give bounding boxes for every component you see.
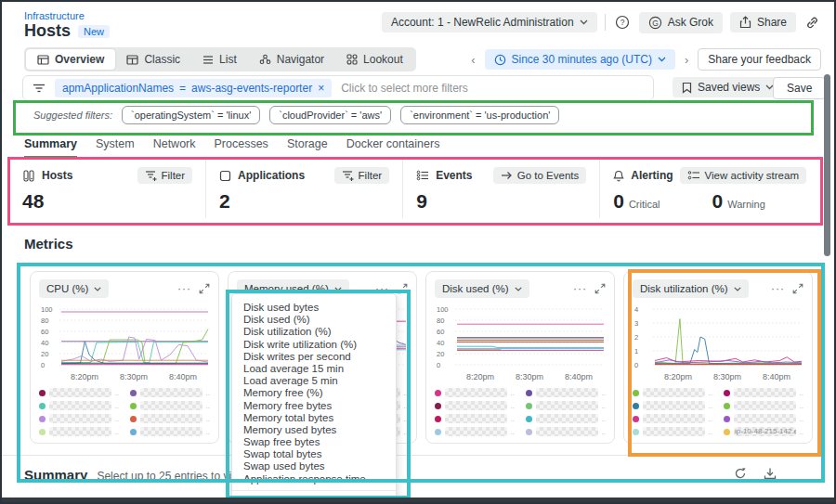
time-back-button[interactable]: ‹	[467, 51, 478, 69]
legend-item[interactable]: ..	[130, 414, 210, 423]
dropdown-item-4[interactable]: Disk writes per second	[232, 351, 396, 363]
subtab-processes[interactable]: Processes	[215, 137, 268, 159]
legend-item[interactable]: ..	[633, 388, 712, 397]
expand-icon[interactable]	[792, 283, 803, 294]
stat-action-button[interactable]: View activity stream	[680, 167, 806, 184]
svg-text:40: 40	[437, 339, 444, 347]
legend-item[interactable]: ..	[724, 401, 803, 410]
legend-item[interactable]: ..	[130, 401, 210, 410]
legend-item[interactable]: ..	[435, 401, 515, 410]
dropdown-item-2[interactable]: Disk utilization (%)	[232, 326, 396, 338]
subtab-docker-containers[interactable]: Docker containers	[346, 137, 440, 159]
filter-value: aws-asg-events-reporter	[191, 82, 312, 95]
legend-item[interactable]: ..	[130, 427, 210, 436]
suggested-filter-chip-2[interactable]: `environment` = 'us-production'	[400, 106, 559, 124]
breadcrumb[interactable]: Infrastructure	[24, 10, 85, 21]
legend-item[interactable]: ..	[39, 388, 119, 397]
dropdown-item-7[interactable]: Memory free (%)	[232, 387, 396, 399]
dropdown-item-3[interactable]: Disk write utilization (%)	[232, 339, 396, 351]
filter-input[interactable]: Click to select more filters	[341, 82, 468, 95]
suggested-filter-chip-0[interactable]: `operatingSystem` = 'linux'	[122, 106, 260, 124]
expand-icon[interactable]	[397, 283, 408, 294]
legend-item[interactable]: ..	[526, 414, 606, 423]
tab-overview[interactable]: Overview	[26, 49, 115, 70]
dropdown-item-8[interactable]: Memory free bytes	[232, 400, 396, 412]
svg-text:80: 80	[41, 317, 48, 325]
subtab-storage[interactable]: Storage	[287, 137, 328, 159]
ask-grok-button[interactable]: G Ask Grok	[639, 12, 723, 33]
legend-item[interactable]: ..	[130, 388, 210, 397]
legend-truncation-dots: ..	[206, 428, 210, 436]
active-filter-chip[interactable]: apmApplicationNames = aws-asg-events-rep…	[55, 79, 332, 97]
help-button[interactable]: ?	[613, 11, 632, 33]
subtab-summary[interactable]: Summary	[24, 137, 77, 159]
tab-navigator[interactable]: Navigator	[248, 49, 335, 70]
dropdown-item-1[interactable]: Disk used (%)	[232, 314, 396, 326]
refresh-icon[interactable]	[734, 467, 747, 480]
stat-action-label: Go to Events	[517, 170, 579, 181]
legend-dot	[435, 429, 441, 435]
legend-item[interactable]: ..	[633, 427, 712, 436]
legend-item[interactable]: ..	[39, 401, 119, 410]
more-options-button[interactable]: ···	[573, 282, 587, 295]
dropdown-item-11[interactable]: Swap free bytes	[232, 436, 396, 448]
subtab-network[interactable]: Network	[153, 137, 196, 159]
metric-selector-cpu[interactable]: CPU (%)	[39, 279, 109, 298]
legend-item[interactable]: ip-10-48-215-142.eu-.....	[724, 427, 803, 436]
metric-selector-disk-utilization[interactable]: Disk utilization (%)	[633, 279, 749, 298]
dropdown-item-10[interactable]: Memory used bytes	[232, 424, 396, 436]
metric-selector-disk-used[interactable]: Disk used (%)	[435, 279, 529, 298]
legend-item[interactable]: ..	[526, 427, 606, 436]
legend-truncation-dots: ..	[602, 389, 606, 397]
legend-item[interactable]: ..	[39, 414, 119, 423]
save-button[interactable]: Save	[773, 77, 826, 99]
legend-item[interactable]: ..	[435, 388, 515, 397]
legend-item[interactable]: ..	[724, 388, 803, 397]
subtab-system[interactable]: System	[96, 137, 135, 159]
dropdown-item-13[interactable]: Swap used bytes	[232, 460, 396, 472]
scrollbar-thumb[interactable]	[824, 74, 830, 256]
legend-item[interactable]: ..	[633, 414, 712, 423]
time-range-picker[interactable]: Since 30 minutes ago (UTC)	[485, 49, 675, 70]
legend-truncation-dots: ..	[206, 415, 210, 423]
dropdown-item-9[interactable]: Memory total bytes	[232, 412, 396, 424]
legend-item[interactable]: ..	[724, 414, 803, 423]
more-options-button[interactable]: ···	[177, 282, 191, 295]
svg-text:20: 20	[41, 350, 48, 358]
dropdown-item-6[interactable]: Load average 5 min	[232, 375, 396, 387]
stats-strip: HostsFilter48ApplicationsFilter2EventsGo…	[9, 160, 819, 218]
legend-dot	[724, 403, 730, 409]
more-options-button[interactable]: ···	[771, 282, 785, 295]
dropdown-item-12[interactable]: Swap total bytes	[232, 448, 396, 460]
copy-link-button[interactable]	[803, 12, 821, 33]
stat-action-button[interactable]: Go to Events	[493, 167, 586, 184]
stat-action-button[interactable]: Filter	[334, 167, 390, 184]
share-button[interactable]: Share	[730, 12, 796, 32]
tab-classic[interactable]: Classic	[115, 49, 191, 70]
tab-list[interactable]: List	[191, 49, 248, 70]
saved-views-button[interactable]: Saved views	[673, 77, 783, 97]
stat-action-button[interactable]: Filter	[137, 167, 193, 184]
filter-bar[interactable]: apmApplicationNames = aws-asg-events-rep…	[22, 75, 654, 101]
legend-item[interactable]: ..	[526, 401, 606, 410]
legend-item[interactable]: ..	[435, 427, 515, 436]
account-picker[interactable]: Account: 1 - NewRelic Administration	[382, 12, 597, 32]
dropdown-item-14[interactable]: Application response time	[232, 473, 396, 485]
suggested-filter-chip-1[interactable]: `cloudProvider` = 'aws'	[269, 106, 391, 124]
tab-lookout[interactable]: Lookout	[335, 49, 414, 70]
expand-icon[interactable]	[199, 283, 210, 294]
feedback-button[interactable]: Share your feedback	[698, 48, 821, 71]
legend-item[interactable]: ..	[39, 427, 119, 436]
download-icon[interactable]	[764, 467, 777, 480]
legend-item[interactable]: ..	[633, 401, 712, 410]
dropdown-item-0[interactable]: Disk used bytes	[232, 302, 396, 314]
chart-legend-disk-utilization: ..............ip-10-48-215-142.eu-.....	[633, 388, 803, 436]
legend-item[interactable]: ..	[435, 414, 515, 423]
legend-truncation-dots: ..	[404, 389, 408, 397]
scrollbar-track[interactable]	[823, 45, 831, 500]
dropdown-item-5[interactable]: Load average 15 min	[232, 363, 396, 375]
expand-icon[interactable]	[594, 283, 606, 294]
legend-item[interactable]: ..	[526, 388, 606, 397]
remove-filter-icon[interactable]: ×	[318, 82, 324, 95]
time-forward-button[interactable]: ›	[681, 51, 692, 69]
